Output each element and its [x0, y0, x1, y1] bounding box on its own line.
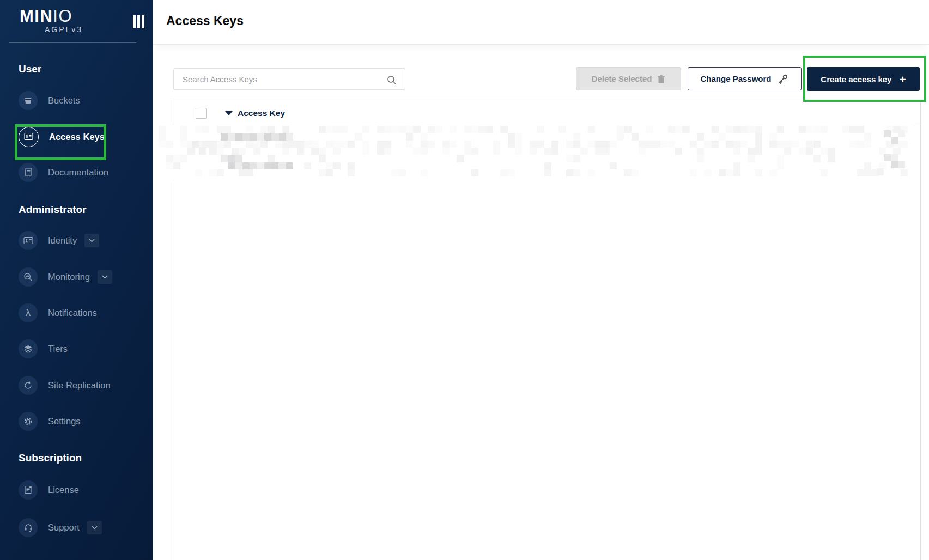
sidebar-item-label: Site Replication [48, 380, 111, 391]
gear-icon [23, 417, 33, 426]
change-password-button[interactable]: Change Password [688, 67, 802, 90]
documentation-icon [24, 168, 32, 177]
sidebar-item-license[interactable]: License [0, 472, 153, 508]
sidebar-item-label: Notifications [48, 308, 97, 318]
sidebar-item-label: Monitoring [48, 272, 90, 282]
sidebar-item-notifications[interactable]: λ Notifications [0, 295, 153, 331]
page-header: Access Keys [153, 0, 929, 45]
chevron-down-icon [92, 526, 98, 529]
bucket-icon [23, 96, 33, 105]
support-headset-icon [24, 523, 33, 532]
license-document-icon [24, 485, 33, 495]
logo-text-bold: MIN [20, 7, 53, 26]
sidebar-item-monitoring[interactable]: Monitoring [0, 259, 153, 295]
sidebar-item-label: Tiers [48, 344, 68, 354]
sidebar-item-label: Support [48, 522, 80, 533]
license-edition-label: AGPLv3 [45, 25, 83, 34]
collapse-bar-icon [137, 15, 140, 28]
minio-logo: MINIO [20, 7, 72, 26]
logo-text-light: IO [53, 7, 72, 26]
monitoring-icon [23, 272, 33, 282]
select-all-checkbox[interactable] [196, 108, 207, 119]
redacted-table-content [159, 126, 913, 180]
sidebar-item-label: Buckets [48, 95, 80, 106]
sidebar-section-administrator: Administrator [19, 202, 87, 218]
sidebar-item-access-keys[interactable]: Access Keys [0, 119, 153, 155]
sidebar-item-label: Access Keys [49, 132, 105, 142]
page-title: Access Keys [166, 14, 244, 28]
trash-icon [657, 75, 665, 83]
sidebar-item-settings[interactable]: Settings [0, 403, 153, 439]
collapse-sidebar-button[interactable] [133, 15, 144, 28]
plus-icon: + [899, 74, 906, 85]
delete-selected-button[interactable]: Delete Selected [576, 67, 681, 90]
chevron-down-icon [102, 275, 108, 279]
sidebar-item-site-replication[interactable]: Site Replication [0, 367, 153, 403]
sort-desc-triangle-icon[interactable] [225, 111, 233, 115]
key-icon [777, 73, 789, 85]
tiers-layers-icon [23, 344, 33, 354]
sidebar-section-user: User [19, 61, 41, 77]
sidebar-item-buckets[interactable]: Buckets [0, 82, 153, 118]
table-header-row: Access Key [173, 100, 920, 126]
sidebar-item-label: Documentation [48, 167, 108, 178]
main-content: Access Keys Delete Selected Change Passw… [153, 0, 929, 560]
collapse-bar-icon [142, 15, 144, 28]
replication-refresh-icon [23, 381, 33, 390]
delete-selected-label: Delete Selected [592, 74, 652, 83]
identity-card-icon [23, 236, 33, 245]
sidebar-item-label: License [48, 485, 79, 495]
search-input[interactable] [173, 68, 405, 90]
change-password-label: Change Password [700, 74, 771, 83]
sidebar-item-tiers[interactable]: Tiers [0, 331, 153, 367]
collapse-bar-icon [133, 15, 136, 28]
column-header-access-key[interactable]: Access Key [238, 100, 285, 126]
access-keys-badge-icon [24, 132, 34, 141]
create-access-key-label: Create access key [821, 75, 891, 84]
sidebar-item-identity[interactable]: Identity [0, 222, 153, 258]
sidebar-divider [9, 42, 136, 43]
lambda-icon: λ [26, 308, 31, 318]
sidebar-item-label: Settings [48, 416, 81, 427]
sidebar-item-support[interactable]: Support [0, 509, 153, 545]
sidebar-item-documentation[interactable]: Documentation [0, 154, 153, 190]
create-access-key-button[interactable]: Create access key + [807, 67, 920, 91]
search-icon [386, 75, 397, 88]
sidebar-item-label: Identity [48, 235, 77, 246]
sidebar: MINIO AGPLv3 User Buckets Access Keys Do… [0, 0, 153, 560]
chevron-down-icon [89, 239, 95, 242]
sidebar-section-subscription: Subscription [19, 450, 82, 466]
